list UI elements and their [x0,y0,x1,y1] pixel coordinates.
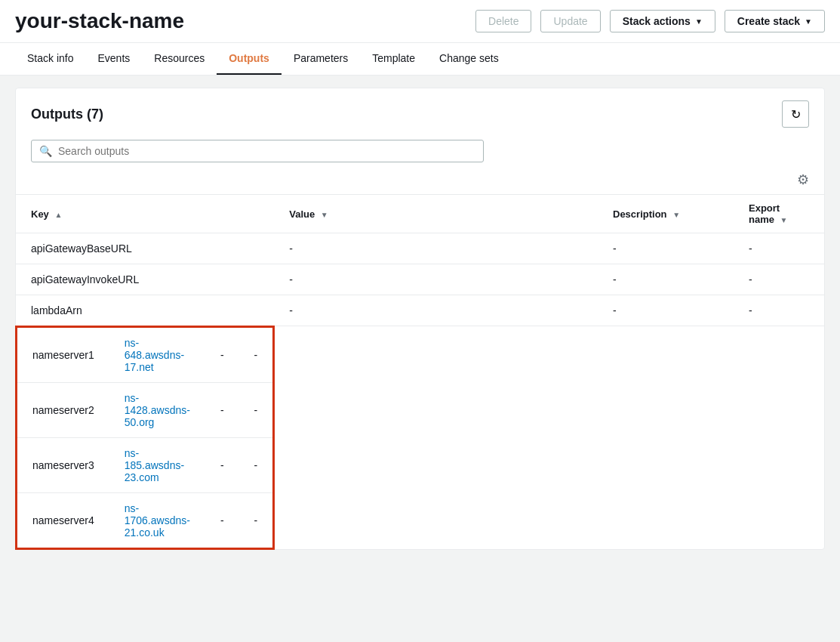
cell-description: - [205,327,239,383]
cell-value[interactable]: ns-1428.awsdns-50.org [109,383,205,438]
cell-value[interactable]: ns-648.awsdns-17.net [109,327,205,383]
cell-export-name: - [239,493,274,549]
delete-button[interactable]: Delete [475,10,531,32]
cell-description: - [598,264,734,295]
search-icon: 🔍 [39,145,52,157]
stack-title: your-stack-name [15,9,466,33]
cell-value: - [274,295,598,326]
sort-icon-export: ▼ [780,216,788,224]
settings-button[interactable]: ⚙ [797,171,809,188]
table-row: nameserver3ns-185.awsdns-23.com-- [17,438,273,493]
cell-value[interactable]: ns-185.awsdns-23.com [109,438,205,493]
create-stack-button[interactable]: Create stack ▼ [725,10,825,32]
tab-parameters[interactable]: Parameters [282,43,360,75]
tab-change-sets[interactable]: Change sets [427,43,511,75]
cell-description: - [205,493,239,549]
table-row: apiGatewayBaseURL--- [16,233,824,264]
cell-key: lambdaArn [16,295,274,326]
search-input[interactable] [58,145,475,157]
cell-value[interactable]: ns-1706.awsdns-21.co.uk [109,493,205,549]
table-row: nameserver1ns-648.awsdns-17.net-- [17,327,273,383]
cell-key: nameserver2 [17,383,109,438]
top-bar: your-stack-name Delete Update Stack acti… [0,0,840,43]
tab-stack-info[interactable]: Stack info [15,43,85,75]
chevron-down-icon: ▼ [695,17,703,26]
value-link[interactable]: ns-648.awsdns-17.net [125,337,184,373]
table-row: apiGatewayInvokeURL--- [16,264,824,295]
table-row: nameserver4ns-1706.awsdns-21.co.uk-- [17,493,273,549]
table-row: nameserver2ns-1428.awsdns-50.org-- [17,383,273,438]
col-header-description[interactable]: Description ▼ [598,195,734,233]
table-header-row: Key ▲ Value ▼ Description ▼ Exportname [16,195,824,233]
settings-row: ⚙ [16,168,824,194]
sort-asc-icon: ▲ [54,211,62,219]
cell-value: - [274,264,598,295]
cell-key: nameserver3 [17,438,109,493]
search-wrapper: 🔍 [31,140,484,162]
cell-description: - [598,233,734,264]
outputs-panel: Outputs (7) ↻ 🔍 ⚙ Key ▲ [15,88,825,550]
sort-icon-desc: ▼ [672,211,680,219]
cell-export-name: - [239,438,274,493]
tabs-bar: Stack info Events Resources Outputs Para… [0,43,840,76]
cell-export-name: - [734,264,824,295]
main-content: Outputs (7) ↻ 🔍 ⚙ Key ▲ [0,76,840,562]
value-link[interactable]: ns-1706.awsdns-21.co.uk [125,502,190,539]
tab-outputs[interactable]: Outputs [217,43,282,75]
cell-export-name: - [239,383,274,438]
cell-export-name: - [734,295,824,326]
cell-export-name: - [239,327,274,383]
cell-description: - [598,295,734,326]
refresh-button[interactable]: ↻ [782,100,809,128]
panel-header: Outputs (7) ↻ [16,88,824,134]
cell-value: - [274,233,598,264]
col-header-export-name[interactable]: Exportname ▼ [734,195,824,233]
cell-key: apiGatewayInvokeURL [16,264,274,295]
cell-key: nameserver1 [17,327,109,383]
cell-description: - [205,383,239,438]
value-link[interactable]: ns-1428.awsdns-50.org [125,392,190,428]
col-header-value[interactable]: Value ▼ [274,195,598,233]
tab-resources[interactable]: Resources [142,43,217,75]
cell-key: apiGatewayBaseURL [16,233,274,264]
sort-icon-value: ▼ [321,211,328,219]
cell-export-name: - [734,233,824,264]
cell-key: nameserver4 [17,493,109,549]
tab-template[interactable]: Template [360,43,427,75]
outputs-title: Outputs (7) [31,106,103,122]
table-row: lambdaArn--- [16,295,824,326]
search-bar: 🔍 [16,134,824,168]
cell-description: - [205,438,239,493]
chevron-down-icon: ▼ [805,17,812,26]
outputs-table: Key ▲ Value ▼ Description ▼ Exportname [16,194,824,549]
stack-actions-button[interactable]: Stack actions ▼ [610,10,715,32]
value-link[interactable]: ns-185.awsdns-23.com [125,447,184,483]
tab-events[interactable]: Events [85,43,142,75]
col-header-key[interactable]: Key ▲ [16,195,274,233]
update-button[interactable]: Update [540,10,600,32]
